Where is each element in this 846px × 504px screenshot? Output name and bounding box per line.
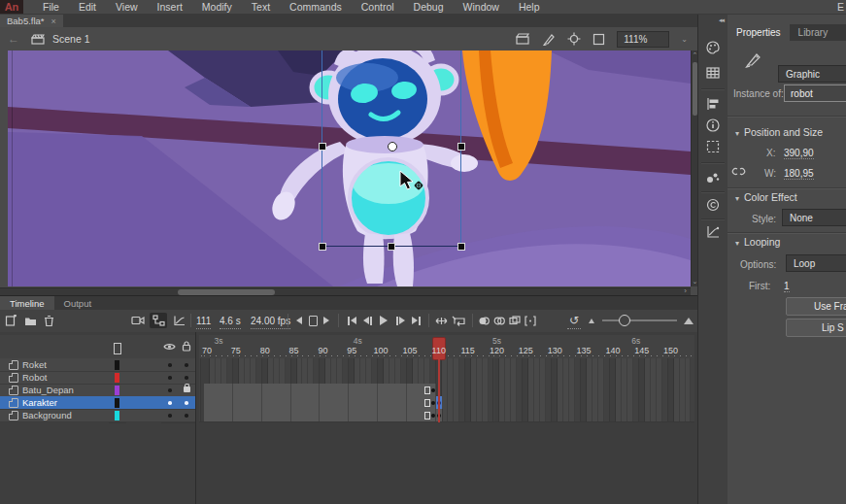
use-frame-picker-button[interactable]: Use Fra [786,297,846,316]
frames-row-robot[interactable] [199,371,694,385]
current-frame-field[interactable]: 111 [196,313,211,329]
menu-control[interactable]: Control [352,0,404,14]
layer-lock-icon[interactable] [184,386,190,392]
link-width-height-icon[interactable] [731,165,746,178]
info-panel-icon[interactable] [705,118,721,133]
current-frame-indicator-icon[interactable] [307,313,319,328]
layer-color-swatch[interactable] [115,398,119,408]
new-folder-button[interactable] [23,313,37,328]
transform-point[interactable] [388,142,397,151]
menu-modify[interactable]: Modify [192,0,242,14]
center-stage-icon[interactable] [567,32,581,46]
timeline-ruler[interactable]: 3s4s5s6s 7075808590951001051101151201251… [199,335,694,359]
playhead-line[interactable] [438,358,440,422]
position-size-section-header[interactable]: ▾Position and Size [735,126,823,138]
span-end-marker[interactable] [424,386,430,394]
align-panel-icon[interactable] [705,96,721,112]
menu-file[interactable]: File [33,0,69,14]
reset-timeline-zoom-button[interactable]: ↺ [567,313,581,329]
loop-options-dropdown[interactable]: Loop [786,254,846,272]
symbol-type-dropdown[interactable]: Graphic [778,65,846,83]
frame-span[interactable] [204,409,443,421]
menu-window[interactable]: Window [454,0,509,14]
step-forward-one-frame-button[interactable] [392,313,407,328]
selection-handle[interactable] [457,243,465,251]
layer-row-robot[interactable]: Robot [0,371,196,385]
play-button[interactable] [377,313,390,328]
section-collapse-icon[interactable]: ▾ [735,239,739,248]
clip-content-icon[interactable] [592,33,605,46]
show-layer-depth-button[interactable] [171,313,186,328]
close-icon[interactable]: × [51,17,56,26]
selection-handle[interactable] [388,243,395,251]
collapse-dock-icon[interactable]: ◂◂ [719,17,724,24]
layer-color-swatch[interactable] [115,386,119,395]
eye-column-icon[interactable] [163,342,176,352]
menu-edit[interactable]: Edit [69,0,106,14]
layer-color-swatch[interactable] [115,373,119,383]
menu-text[interactable]: Text [242,0,280,14]
frames-area[interactable]: 3s4s5s6s 7075808590951001051101151201251… [196,332,697,504]
stage-zoom-select[interactable]: 111% [617,31,669,48]
layer-lock-dot[interactable] [185,414,188,418]
keyframe-dot[interactable] [431,414,435,418]
tab-output[interactable]: Output [54,296,102,310]
go-to-first-frame-button[interactable] [344,313,358,328]
transform-panel-icon[interactable] [705,139,721,154]
tab-library[interactable]: Library [790,24,837,41]
timeline-zoom-in-icon[interactable] [682,313,695,328]
looping-section-header[interactable]: ▾Looping [735,236,780,248]
w-value[interactable]: 180,95 [784,168,814,180]
section-collapse-icon[interactable]: ▾ [735,194,739,203]
layer-row-roket[interactable]: Roket [0,358,196,372]
stage[interactable]: › ⌃ ⌄ [0,50,697,295]
step-forward-icon[interactable] [321,313,332,328]
onion-skin-button[interactable] [477,313,491,328]
menu-debug[interactable]: Debug [404,0,454,14]
layer-color-swatch[interactable] [115,411,119,420]
brush-library-panel-icon[interactable] [705,170,721,185]
layer-lock-dot[interactable] [185,363,188,367]
layer-visibility-dot[interactable] [168,401,172,405]
back-arrow-icon[interactable]: ← [8,32,19,46]
frames-row-roket[interactable] [199,358,694,372]
x-value[interactable]: 390,90 [784,148,814,159]
menu-help[interactable]: Help [509,0,550,14]
new-layer-button[interactable] [4,313,17,328]
span-end-marker[interactable] [424,399,430,407]
layer-lock-dot[interactable] [185,376,188,380]
scene-name[interactable]: Scene 1 [52,33,90,45]
edit-symbols-icon[interactable] [542,33,556,46]
delete-layer-button[interactable] [42,313,55,328]
scroll-right-icon[interactable]: › [684,286,687,295]
keyframe-dot[interactable] [431,401,435,405]
timeline-zoom-out-icon[interactable] [587,313,596,328]
layer-visibility-dot[interactable] [168,388,172,392]
layer-visibility-dot[interactable] [168,414,172,418]
lock-column-icon[interactable] [182,341,191,352]
layer-parenting-toggle[interactable] [150,313,167,328]
frame-span[interactable] [204,384,437,396]
selection-handle[interactable] [457,143,465,151]
keyframe-dot[interactable] [431,388,435,392]
go-to-last-frame-button[interactable] [409,313,423,328]
selection-handle[interactable] [319,143,326,151]
layer-row-background[interactable]: Background [0,409,196,422]
color-effect-section-header[interactable]: ▾Color Effect [735,191,797,203]
camera-button[interactable] [129,313,147,328]
zoom-chevron-icon[interactable]: ⌄ [681,35,688,44]
layer-row-batu_depan[interactable]: Batu_Depan [0,384,196,397]
instance-name-field[interactable]: robot [784,84,846,102]
menu-view[interactable]: View [106,0,148,14]
frames-grid[interactable] [199,358,694,421]
timeline-zoom-slider-knob[interactable] [619,315,630,326]
loop-playback-button[interactable] [451,313,466,328]
motion-editor-panel-icon[interactable] [705,224,721,240]
tab-properties[interactable]: Properties [728,24,790,41]
edit-scene-icon[interactable] [516,33,530,45]
edit-multiple-frames-button[interactable] [508,313,522,328]
frame-span[interactable] [204,396,437,409]
step-back-icon[interactable] [293,313,305,328]
swatches-panel-icon[interactable] [705,65,721,81]
outline-column-icon[interactable] [114,343,121,354]
